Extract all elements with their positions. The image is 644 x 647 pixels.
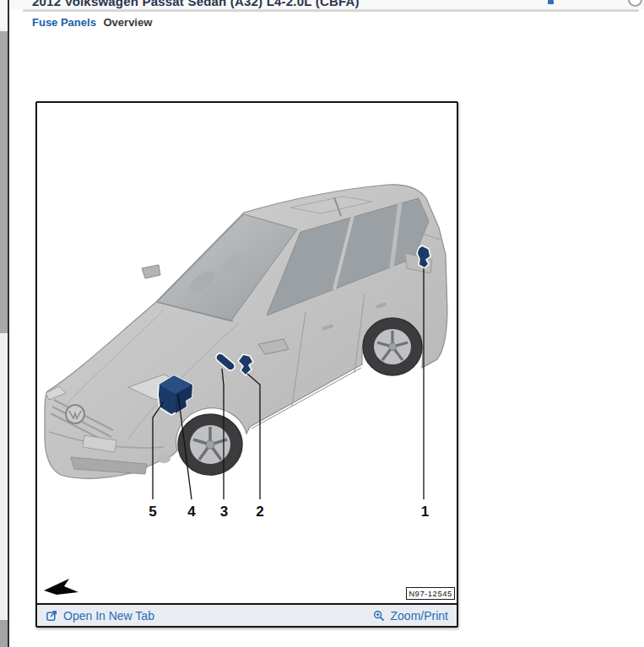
scrollbar-bottom-segment	[0, 620, 8, 647]
open-in-new-tab-label: Open In New Tab	[63, 609, 154, 623]
figure-toolbar: Open In New Tab Zoom/Print	[37, 603, 457, 626]
direction-arrow-icon	[44, 579, 78, 595]
help-icon-fragment[interactable]	[628, 0, 642, 7]
car-illustration	[45, 185, 447, 479]
breadcrumb-current-overview: Overview	[104, 16, 153, 29]
open-in-new-tab-icon	[46, 609, 58, 622]
fuse-panel-location-diagram: 1 2 3 4 5 N97-12545	[37, 103, 457, 603]
app-window: 2012 Volkswagen Passat Sedan (A32) L4-2.…	[0, 0, 644, 647]
breadcrumb-link-fuse-panels[interactable]: Fuse Panels	[32, 16, 96, 29]
callout-number-1: 1	[421, 504, 429, 520]
vehicle-title-bar: 2012 Volkswagen Passat Sedan (A32) L4-2.…	[9, 0, 644, 9]
header-divider	[23, 9, 639, 12]
figure-card: 1 2 3 4 5 N97-12545	[35, 101, 458, 628]
open-in-new-tab-button[interactable]: Open In New Tab	[46, 609, 154, 623]
figure-id-label: N97-12545	[407, 588, 455, 600]
callout-number-3: 3	[220, 504, 228, 520]
car-mirror-right	[142, 265, 160, 278]
main-content: 2012 Volkswagen Passat Sedan (A32) L4-2.…	[9, 0, 644, 647]
zoom-in-icon	[373, 610, 386, 623]
car-rear-wheel	[363, 318, 422, 375]
breadcrumb: Fuse Panels Overview	[32, 16, 152, 29]
figure-area: 1 2 3 4 5 N97-12545	[37, 103, 457, 603]
zoom-print-button[interactable]: Zoom/Print	[373, 609, 448, 623]
callout-number-2: 2	[256, 504, 263, 520]
scrollbar-top-cap	[0, 0, 8, 30]
left-scrollbar-track[interactable]	[0, 0, 8, 647]
zoom-print-label: Zoom/Print	[391, 609, 448, 623]
callout-number-5: 5	[149, 504, 156, 520]
vehicle-title: 2012 Volkswagen Passat Sedan (A32) L4-2.…	[32, 0, 360, 8]
svg-text:N97-12545: N97-12545	[409, 589, 452, 598]
toolbar-icon-fragment[interactable]	[548, 0, 554, 4]
scrollbar-thumb[interactable]	[0, 31, 8, 333]
fuse-panel-highlight-1	[417, 245, 430, 268]
callout-number-4: 4	[187, 504, 196, 520]
